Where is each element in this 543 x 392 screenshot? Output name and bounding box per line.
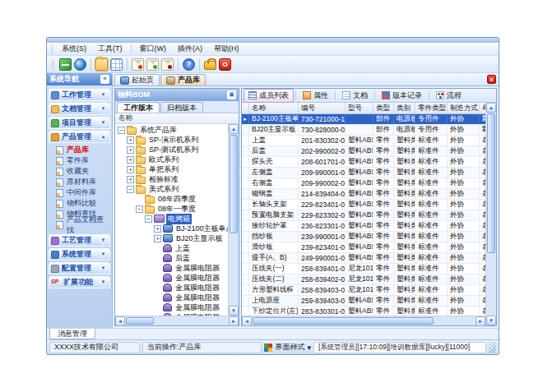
chevron-down-icon[interactable]: ▼ <box>99 118 108 127</box>
chevron-down-icon[interactable]: ▼ <box>99 90 108 99</box>
sidebar-item-零件库[interactable]: 零件库 <box>49 155 110 166</box>
tab-版本记录[interactable]: 版本记录 <box>377 89 427 103</box>
tab-成员列表[interactable]: 成员列表 <box>244 89 294 103</box>
scroll-up-icon[interactable]: ▲ <box>486 103 496 113</box>
mail-delete-icon[interactable] <box>161 58 174 71</box>
table-row[interactable]: 挡纱板239-990001-01E塑料ABS零件塑料类标准件外协条 <box>242 232 485 242</box>
sidebar-item-中间件库[interactable]: 中间件库 <box>49 187 110 198</box>
menu-item-3[interactable]: 窗口(W) <box>134 43 173 55</box>
table-vertical-scrollbar[interactable]: ▲ ▼ <box>485 103 496 325</box>
menu-item-4[interactable]: 插件(A) <box>172 43 208 55</box>
tree-node-BJ-2100主板单点[interactable]: +BJ-2100主板单点 <box>115 224 228 233</box>
column-header-编号[interactable]: 编号 <box>299 103 346 113</box>
menu-item-2[interactable]: 工具(T) <box>92 43 128 55</box>
tree-hscroll-thumb[interactable] <box>126 317 154 325</box>
globe-icon[interactable] <box>74 58 86 71</box>
chevron-up-icon[interactable]: ▲ <box>99 132 108 141</box>
exit-icon[interactable] <box>219 58 231 71</box>
scroll-right-icon[interactable]: ► <box>476 316 485 326</box>
sidebar-item-物料比较[interactable]: 物料比较 <box>49 198 110 209</box>
sidebar-group-工作管理[interactable]: 工作管理▼ <box>49 89 110 101</box>
tree-node-美式系列[interactable]: −美式系列 <box>115 184 228 194</box>
table-row[interactable]: 上电源座259-839403-00E塑料ABS零件塑料类标准件外协条 <box>242 296 485 307</box>
tab-文档[interactable]: 文档 <box>337 89 373 103</box>
expand-icon[interactable]: + <box>154 225 161 233</box>
tree-node-08年四季度[interactable]: 08年四季度 <box>115 194 228 204</box>
column-header-制造方式[interactable]: 制造方式 <box>448 103 480 113</box>
table-row[interactable]: 压线夹(一)258-839401-00E尼龙1010零件塑料类标准件外协条 <box>242 264 485 274</box>
table-row[interactable]: 长轴头支架229-823401-00E塑料ABS零件塑料类标准件外协条 <box>242 200 485 210</box>
expand-icon[interactable]: + <box>127 176 134 183</box>
collapse-icon[interactable]: − <box>145 215 152 223</box>
chevron-down-icon[interactable]: ▼ <box>99 264 108 273</box>
tree-node-欧式系列[interactable]: +欧式系列 <box>115 154 228 164</box>
tree-vertical-scrollbar[interactable]: ▲ ▼ <box>228 124 239 316</box>
sidebar-group-产品管理[interactable]: 产品管理▲ <box>49 131 110 143</box>
sidebar-item-产品文档查找[interactable]: 产品文档查找 <box>49 219 110 230</box>
scroll-down-icon[interactable]: ▼ <box>229 306 239 316</box>
expand-icon[interactable]: + <box>127 156 134 164</box>
sidebar-group-工艺管理[interactable]: 工艺管理▼ <box>49 234 110 247</box>
chevron-down-icon[interactable]: ▼ <box>99 236 108 245</box>
column-header-名称[interactable]: 名称 <box>249 103 299 113</box>
table-row[interactable]: 压线夹(二)258-839402-00E尼龙1010零件塑料类标准件外协条 <box>242 274 485 285</box>
tab-归档版本[interactable]: 归档版本 <box>160 102 203 113</box>
tree-node-金属膜电阻器[interactable]: 金属膜电阻器 <box>115 273 228 283</box>
collapse-icon[interactable]: − <box>136 205 143 213</box>
resize-grip[interactable] <box>489 342 496 353</box>
table-row[interactable]: 接纱轮护罩236-823301-00E塑料ABS零件塑料类标准件外协条 <box>242 221 485 232</box>
tree-column-header[interactable]: 名称 <box>115 113 239 124</box>
tree-node-SP-测试机系列[interactable]: +SP-测试机系列 <box>115 145 228 154</box>
lock-icon[interactable] <box>204 61 216 70</box>
menu-item-5[interactable]: 帮助(H) <box>208 43 245 55</box>
tree-node-电烤箱[interactable]: −电烤箱 <box>115 214 228 224</box>
expand-icon[interactable]: + <box>154 235 161 242</box>
sidebar-group-系统管理[interactable]: 系统管理▼ <box>49 248 110 261</box>
table-row[interactable]: 上盖201-830302-00E塑料ABS零件塑料类标准件外协条 <box>242 136 485 146</box>
tab-message-manager[interactable]: 消息管理 <box>49 329 95 339</box>
grid-icon[interactable] <box>110 58 123 71</box>
expand-icon[interactable]: + <box>127 136 134 144</box>
pin-icon[interactable]: ▣ <box>227 90 236 99</box>
tab-工作版本[interactable]: 工作版本 <box>117 102 160 113</box>
sidebar-group-文档管理[interactable]: 文档管理▼ <box>49 103 110 115</box>
chevron-down-icon[interactable]: ▼ <box>99 278 108 287</box>
table-horizontal-scrollbar[interactable]: ◄ ► <box>242 316 485 325</box>
table-row[interactable]: 后盖202-990002-01E塑料ABS零件塑料类标准件外协条 <box>242 146 485 157</box>
tree-node-上盖[interactable]: 上盖 <box>115 243 228 253</box>
sidebar-item-收藏夹[interactable]: 收藏夹 <box>49 166 110 177</box>
table-row[interactable]: 方形塑料线框258-839403-00E尼龙1010零件塑料类标准件外协条 <box>242 285 485 296</box>
ui-style-dropdown[interactable]: 界面样式 ▾ <box>264 342 311 353</box>
tree-horizontal-scrollbar[interactable]: ◄ ► <box>115 316 239 325</box>
tab-属性[interactable]: 属性 <box>298 89 333 103</box>
sidebar-group-配置管理[interactable]: 配置管理▼ <box>49 262 110 274</box>
table-row[interactable]: 预置电脑支架229-823302-00E塑料ABS零件塑料类标准件外协条 <box>242 210 485 221</box>
sidebar-group-项目管理[interactable]: 项目管理▼ <box>49 117 110 129</box>
column-header-类型[interactable]: 类型 <box>374 103 394 113</box>
table-row[interactable]: 磁钢盖214-839404-01E塑料ABS零件塑料类标准件外协条 <box>242 189 485 200</box>
table-row[interactable]: BJ20主显示板730-828000-04E部件电源板专用件外协颗 <box>242 125 485 136</box>
collapse-icon[interactable]: − <box>127 186 134 193</box>
scroll-left-icon[interactable]: ◄ <box>242 316 252 326</box>
table-row[interactable]: 左侧盖209-990001-01E塑料ABS零件塑料类标准件外协条 <box>242 168 485 178</box>
column-header-类别[interactable]: 类别 <box>394 103 415 113</box>
toolbar-grip[interactable] <box>52 60 54 68</box>
column-header-零件类型[interactable]: 零件类型 <box>415 103 448 113</box>
collapse-nav-button[interactable]: « <box>100 75 109 84</box>
mail-new-icon[interactable] <box>132 58 144 71</box>
chevron-down-icon[interactable]: ▼ <box>99 104 108 113</box>
tree-node-BJ20主显示板[interactable]: +BJ20主显示板 <box>115 233 228 243</box>
sidebar-group-扩展功能[interactable]: SP扩展功能▼ <box>49 276 110 288</box>
scroll-up-icon[interactable]: ▲ <box>229 124 239 134</box>
tree-scroll-thumb[interactable] <box>230 135 238 233</box>
tab-产品库[interactable]: 产品库 <box>160 74 206 85</box>
table-row[interactable]: 滑纱板239-823401-00E塑料ABS零件塑料类标准件外协条 <box>242 242 485 253</box>
tree-node-后盖[interactable]: 后盖 <box>115 253 228 263</box>
tree-node-08年一季度[interactable]: −08年一季度 <box>115 204 228 214</box>
tab-流程[interactable]: 流程 <box>431 89 466 103</box>
collapse-icon[interactable]: − <box>118 127 125 134</box>
tree-node-金属膜电阻器[interactable]: 金属膜电阻器 <box>115 293 228 302</box>
expand-icon[interactable]: + <box>127 146 134 154</box>
tree-node-金属膜电阻器[interactable]: 金属膜电阻器 <box>115 283 228 293</box>
table-row[interactable]: 下纱定位片(左)283-830301-00E塑料ABS零件塑料类标准件外协条 <box>242 307 485 316</box>
